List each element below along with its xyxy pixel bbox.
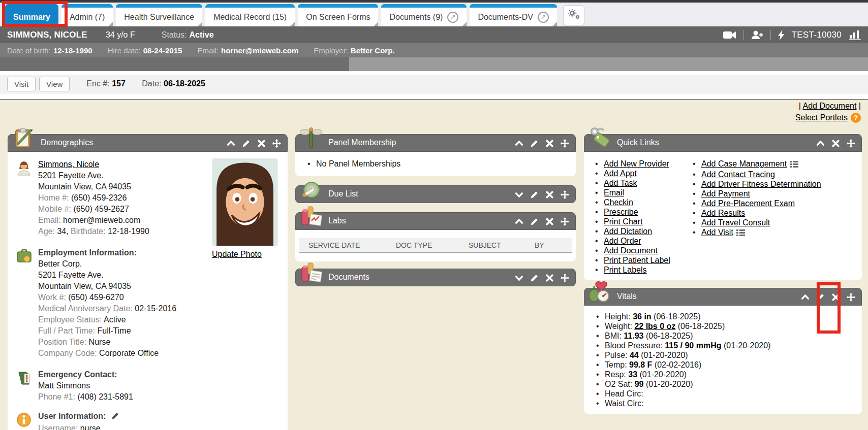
quick-link[interactable]: Add Travel Consult [701, 218, 770, 227]
column-header-subject[interactable]: SUBJECT [469, 241, 535, 249]
add-document-link[interactable]: Add Document [803, 102, 857, 110]
quick-link[interactable]: Email [604, 188, 624, 197]
close-icon[interactable] [545, 139, 554, 148]
tab-documents[interactable]: Documents (9) ↗ [381, 4, 467, 26]
update-photo-link[interactable]: Update Photo [212, 250, 262, 259]
patient-photo [212, 158, 278, 246]
quick-link[interactable]: Add Pre-Placement Exam [701, 199, 795, 208]
help-icon[interactable]: ? [851, 113, 861, 123]
quick-link[interactable]: Add Order [604, 237, 641, 245]
move-icon[interactable] [561, 274, 569, 282]
pipe: | [799, 102, 801, 110]
quick-link[interactable]: Add Visit [701, 228, 733, 237]
tab-admin[interactable]: Admin (7) [61, 4, 113, 26]
quick-link[interactable]: Add Appt [604, 169, 637, 178]
visit-button[interactable]: Visit [7, 77, 36, 91]
vital-value[interactable]: 22 lbs 0 oz [634, 322, 675, 330]
collapse-icon[interactable] [227, 139, 235, 148]
edit-pencil-icon[interactable] [111, 412, 119, 423]
column-header-by[interactable]: BY [535, 241, 572, 249]
external-link-icon[interactable]: ↗ [538, 12, 549, 23]
close-icon[interactable] [545, 190, 554, 199]
quick-link[interactable]: Add New Provider [604, 159, 669, 168]
field-value: (650) 459-6270 [68, 293, 123, 302]
expand-icon[interactable] [515, 190, 523, 199]
tab-fold [108, 22, 113, 26]
emergency-contact-book-icon [16, 369, 38, 403]
move-icon[interactable] [847, 293, 855, 302]
column-header-service-date[interactable]: SERVICE DATE [299, 241, 396, 249]
vital-label: O2 Sat: [605, 380, 632, 388]
edit-icon[interactable] [530, 139, 539, 148]
panel-membership-list: No Panel Memberships [295, 152, 576, 169]
tab-settings-button[interactable] [563, 5, 584, 25]
scrollbar-thumb[interactable] [0, 57, 349, 71]
tab-fold [552, 22, 557, 26]
edit-icon[interactable] [242, 139, 251, 148]
move-icon[interactable] [561, 139, 569, 148]
select-portlets-link[interactable]: Select Portlets [795, 113, 848, 122]
close-icon[interactable] [545, 217, 554, 226]
expand-icon[interactable] [515, 274, 523, 282]
quick-link[interactable]: Add Case Management [701, 159, 787, 168]
vital-value: 33 [628, 370, 637, 379]
lightning-bolt-icon[interactable] [778, 30, 785, 40]
quick-link[interactable]: Print Patient Label [604, 256, 670, 264]
quick-links-column-1: Add New Provider Add Appt Add Task Email… [595, 159, 670, 275]
vital-date: (06-18-2025) [654, 312, 701, 321]
quick-link[interactable]: Print Chart [604, 217, 642, 226]
edit-icon[interactable] [530, 190, 539, 199]
view-button[interactable]: View [39, 77, 70, 91]
move-icon[interactable] [272, 139, 281, 148]
list-item: Add Case Management [693, 159, 821, 170]
quick-link[interactable]: Add Payment [701, 189, 750, 198]
vital-date: (01-20-2020) [724, 341, 771, 350]
edit-icon[interactable] [816, 293, 825, 302]
quick-link[interactable]: Add Contact Tracing [701, 170, 775, 179]
tab-documents-dv[interactable]: Documents-DV ↗ [470, 4, 556, 26]
video-camera-icon[interactable] [723, 31, 736, 39]
edit-icon[interactable] [530, 217, 539, 226]
add-document-row: | Add Document | [795, 102, 861, 111]
portlet-title: Demographics [41, 138, 93, 147]
move-icon[interactable] [847, 139, 855, 148]
bar-chart-icon[interactable] [849, 30, 862, 40]
collapse-icon[interactable] [515, 139, 523, 148]
close-icon[interactable] [831, 293, 840, 302]
field-label: Full / Part Time: [38, 326, 95, 335]
column-header-doc-type[interactable]: DOC TYPE [396, 241, 469, 249]
external-link-icon[interactable]: ↗ [447, 12, 458, 23]
tab-on-screen-forms[interactable]: On Screen Forms [298, 4, 378, 26]
collapse-icon[interactable] [801, 293, 810, 302]
patient-name-link[interactable]: Simmons, Nicole [38, 160, 99, 169]
user-info-heading: User Information: [38, 412, 106, 420]
close-icon[interactable] [545, 274, 554, 282]
field-value: (408) 231-5891 [77, 392, 133, 401]
tab-health-surveillance[interactable]: Health Surveillance [116, 4, 202, 26]
quick-link[interactable]: Print Labels [604, 266, 647, 274]
quick-link[interactable]: Add Document [604, 246, 658, 255]
tab-summary[interactable]: Summary [5, 4, 58, 26]
collapse-icon[interactable] [515, 217, 523, 226]
tab-medical-record[interactable]: Medical Record (15) [205, 4, 295, 26]
quick-link[interactable]: Add Driver Fitness Determination [701, 180, 821, 188]
pipe: | [859, 102, 861, 110]
list-item: Print Patient Label [595, 255, 670, 265]
edit-icon[interactable] [530, 274, 539, 282]
header-horizontal-scrollbar[interactable] [0, 57, 868, 71]
tab-label: Documents-DV [478, 13, 533, 22]
close-icon[interactable] [831, 139, 840, 148]
quick-link[interactable]: Add Results [701, 209, 745, 217]
move-icon[interactable] [561, 217, 569, 226]
move-icon[interactable] [561, 190, 569, 199]
quick-links-column-2: Add Case Management Add Contact Tracing … [693, 159, 821, 238]
close-icon[interactable] [257, 139, 266, 148]
quick-link[interactable]: Add Dictation [604, 227, 652, 236]
collapse-icon[interactable] [816, 139, 825, 148]
quick-link[interactable]: Checkin [604, 198, 633, 207]
add-person-icon[interactable] [751, 30, 763, 40]
quick-link[interactable]: Add Task [604, 179, 637, 187]
enc-value: 157 [112, 79, 126, 88]
quick-link[interactable]: Prescribe [604, 208, 638, 216]
vital-date: (06-18-2025) [646, 332, 693, 340]
